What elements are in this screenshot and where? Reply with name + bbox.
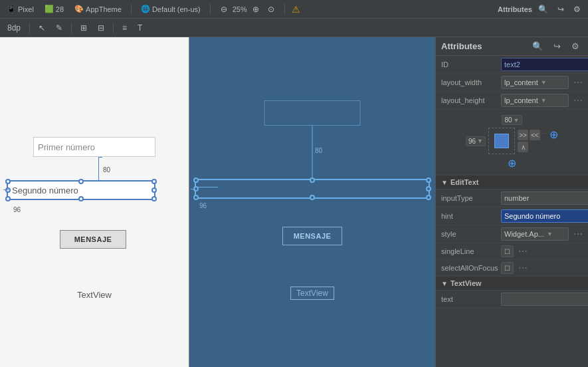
singleline-row: singleLine ☐ ⋯ xyxy=(436,243,588,260)
bp-edittext2[interactable] xyxy=(195,179,430,199)
bp-edittext1 xyxy=(264,100,361,126)
search-attr-button[interactable]: 🔍 xyxy=(529,40,546,53)
bp-button-mensaje[interactable]: MENSAJE xyxy=(282,227,342,245)
top-bar-right: Attributes 🔍 ↪ ⚙ xyxy=(498,3,584,15)
textview-label-wp: TextView xyxy=(77,290,112,300)
hint-input[interactable] xyxy=(501,209,588,223)
phone-icon: 📱 xyxy=(7,5,16,13)
layout-width-text: lp_content xyxy=(503,78,538,86)
settings-button[interactable]: ⚙ xyxy=(570,3,584,15)
selectallonfocus-value: ☐ ⋯ xyxy=(501,262,583,274)
edittext-section-header[interactable]: ▼ EditText xyxy=(436,176,588,189)
sep6 xyxy=(113,23,114,33)
singleline-more[interactable]: ⋯ xyxy=(518,246,528,257)
align-tool[interactable]: ⊞ xyxy=(77,22,90,34)
layout-height-label: layout_height xyxy=(441,96,501,104)
api-selector[interactable]: 🟩 28 xyxy=(42,3,66,15)
segundo-numero-hint: Segundo número xyxy=(12,185,78,195)
textview-section-header[interactable]: ▼ TextView xyxy=(436,277,588,291)
plus-bottom-button[interactable]: ⊕ xyxy=(508,157,516,170)
singleline-toggle[interactable]: ☐ xyxy=(501,245,514,257)
arrow-up-button[interactable]: ∧ xyxy=(518,142,528,152)
edittext-segundo-numero[interactable]: Segundo número xyxy=(7,180,155,200)
layout-width-row: layout_width lp_content ▼ ⋯ xyxy=(436,74,588,92)
style-value: Widget.Ap... ▼ ⋯ xyxy=(501,227,583,241)
textview-section-label: TextView xyxy=(450,279,482,287)
zoom-out-button[interactable]: ⊖ xyxy=(217,3,231,15)
style-dropdown[interactable]: Widget.Ap... ▼ xyxy=(501,227,569,241)
constraint-arrows: >> << ⋯ ⊕ ∧ xyxy=(518,130,558,152)
sep5 xyxy=(71,23,72,33)
layout-width-arrow: ▼ xyxy=(539,79,567,86)
zoom-controls: ⊖ 25% ⊕ ⊙ xyxy=(217,3,278,15)
style-more[interactable]: ⋯ xyxy=(573,229,583,239)
style-row: style Widget.Ap... ▼ ⋯ xyxy=(436,225,588,243)
zoom-fit-button[interactable]: ⊙ xyxy=(264,3,278,15)
arrow-left-button[interactable]: << xyxy=(530,130,540,140)
edittext-primer-numero[interactable]: Primer número xyxy=(33,137,155,157)
singleline-value: ☐ ⋯ xyxy=(501,245,583,257)
section-arrow-icon: ▼ xyxy=(441,179,448,186)
edittext-section-label: EditText xyxy=(450,178,479,186)
attributes-header: Attributes 🔍 ↪ ⚙ xyxy=(436,37,588,56)
id-label: ID xyxy=(441,61,501,68)
settings-attr-button[interactable]: ⚙ xyxy=(568,40,583,53)
layout-width-dropdown[interactable]: lp_content ▼ xyxy=(501,76,569,89)
bp-dim-80: 80 xyxy=(315,147,322,154)
inputtype-input[interactable] xyxy=(501,191,588,205)
attr-title: Attributes xyxy=(498,5,532,13)
theme-selector[interactable]: 🎨 AppTheme xyxy=(72,3,124,15)
locale-selector[interactable]: 🌐 Default (en-us) xyxy=(138,3,203,15)
inputtype-row: inputType ⋯ xyxy=(436,189,588,207)
selectallonfocus-more[interactable]: ⋯ xyxy=(518,263,528,273)
search-button[interactable]: 🔍 xyxy=(535,3,551,15)
handle-mr xyxy=(151,187,157,193)
layout-height-arrow: ▼ xyxy=(539,97,567,104)
sep4 xyxy=(29,23,30,33)
device-selector[interactable]: 📱 Pixel xyxy=(4,3,37,15)
header-icons: 🔍 ↪ ⚙ xyxy=(529,40,583,53)
selectallonfocus-toggle[interactable]: ☐ xyxy=(501,262,514,274)
arrow-right-button[interactable]: >> xyxy=(518,130,528,140)
layout-width-value: lp_content ▼ ⋯ xyxy=(501,76,583,89)
section-arrow-icon2: ▼ xyxy=(441,280,448,287)
bp-handle-bm xyxy=(310,195,315,200)
layout-width-more[interactable]: ⋯ xyxy=(573,77,583,88)
button-mensaje[interactable]: MENSAJE xyxy=(60,230,126,249)
bp-dim-96: 96 xyxy=(199,202,207,209)
text-input[interactable] xyxy=(501,293,588,306)
pointer-tool[interactable]: ↖ xyxy=(35,22,49,34)
text-tool[interactable]: T xyxy=(134,22,146,34)
handle-bm xyxy=(78,196,84,201)
dim-80-label-wp: 80 xyxy=(103,166,110,174)
handle-tm xyxy=(78,179,84,184)
constraint-left-arrow xyxy=(3,189,9,190)
bp-textview[interactable]: TextView xyxy=(290,287,334,300)
constraint-left-value: 96 ▼ xyxy=(466,136,486,146)
plus-right-button[interactable]: ⊕ xyxy=(549,130,558,140)
textview-wp[interactable]: TextView xyxy=(77,290,112,300)
layout-height-more[interactable]: ⋯ xyxy=(573,95,583,106)
handle-ml xyxy=(5,187,11,193)
hand-tool[interactable]: ✎ xyxy=(52,22,66,34)
warning-icon: ⚠ xyxy=(292,4,300,15)
hint-label: hint xyxy=(441,212,501,220)
bp-handle-tl xyxy=(193,178,199,183)
id-input[interactable] xyxy=(501,58,588,71)
zoom-in-button[interactable]: ⊕ xyxy=(249,3,262,15)
bp-constraint-left xyxy=(191,189,195,189)
margin-button[interactable]: 8dp xyxy=(4,22,24,34)
layout-tool[interactable]: ≡ xyxy=(119,22,130,34)
primer-numero-hint: Primer número xyxy=(38,142,95,152)
handle-tl xyxy=(5,179,11,184)
selectallonfocus-label: selectAllOnFocus xyxy=(441,264,501,272)
bp-handle-tr xyxy=(426,178,431,183)
distribute-tool[interactable]: ⊟ xyxy=(94,22,108,34)
layout-height-dropdown[interactable]: lp_content ▼ xyxy=(501,94,569,107)
api-icon: 🟩 xyxy=(45,5,54,13)
expand-attr-button[interactable]: ↪ xyxy=(550,40,564,53)
forward-button[interactable]: ↪ xyxy=(554,3,567,15)
layout-height-text: lp_content xyxy=(503,96,538,104)
locale-name: Default (en-us) xyxy=(152,5,201,13)
handle-br xyxy=(151,196,157,201)
